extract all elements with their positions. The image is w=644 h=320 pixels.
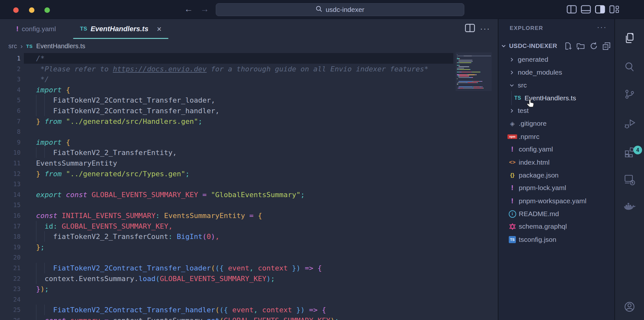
collapse-all-button[interactable]	[602, 42, 611, 50]
code-line[interactable]: EventsSummaryEntity	[36, 158, 117, 169]
code-line[interactable]: */	[36, 74, 49, 85]
code-area[interactable]: 1/*2 *Please refer to https://docs.envio…	[0, 52, 498, 320]
tree-item-label: package.json	[519, 171, 559, 179]
tab-EventHandlers-ts[interactable]: TS EventHandlers.ts ×	[73, 19, 168, 39]
code-line[interactable]: FiatTokenV2_2Contract_Transfer_loader(({…	[36, 263, 322, 273]
activity-remote-button[interactable]	[624, 174, 635, 187]
tree-item-label: src	[518, 81, 527, 89]
code-line[interactable]: const summary = context.EventsSummary.ge…	[36, 315, 339, 320]
refresh-button[interactable]	[590, 42, 598, 50]
warning-icon: !	[511, 145, 513, 153]
ts-icon: TS	[80, 26, 87, 32]
new-file-button[interactable]	[564, 42, 572, 50]
tree-item-EventHandlers-ts[interactable]: TSEventHandlers.ts	[498, 92, 614, 105]
tree-item--gitignore[interactable]: ◈.gitignore	[498, 117, 614, 130]
code-line[interactable]: });	[36, 284, 49, 294]
tree-item-config-yaml[interactable]: !config.yaml	[498, 143, 614, 156]
breadcrumb-chevron-icon: ›	[21, 42, 23, 50]
line-number: 15	[0, 200, 21, 210]
line-number: 25	[0, 305, 21, 315]
activity-account-button[interactable]	[623, 301, 636, 314]
search-box[interactable]: usdc-indexer	[216, 3, 464, 16]
git-icon: ◈	[510, 120, 515, 127]
tree-item-label: pnpm-workspace.yaml	[519, 197, 586, 205]
new-folder-button[interactable]	[576, 42, 585, 50]
folder-chevron-icon	[509, 108, 515, 114]
html-icon: <>	[509, 159, 516, 166]
line-number: 19	[0, 242, 21, 252]
search-text: usdc-indexer	[326, 6, 364, 14]
line-number: 7	[0, 116, 21, 127]
tree-item-src[interactable]: src	[498, 79, 614, 92]
tab-close-icon[interactable]: ×	[157, 24, 162, 34]
tree-item-generated[interactable]: generated	[498, 53, 614, 66]
code-line[interactable]: fiatTokenV2_2_TransferCount: BigInt(0),	[36, 231, 220, 242]
activity-files-button[interactable]	[624, 32, 635, 45]
tree-item-label: .gitignore	[519, 120, 546, 127]
explorer-section-header[interactable]: USDC-INDEXER	[498, 40, 614, 52]
tree-item-tsconfig-json[interactable]: TStsconfig.json	[498, 233, 614, 246]
nav-back-button[interactable]: ←	[184, 4, 193, 14]
tree-item-node-modules[interactable]: node_modules	[498, 66, 614, 79]
tree-item-label: index.html	[519, 159, 550, 166]
breadcrumb-file[interactable]: EventHandlers.ts	[36, 42, 85, 50]
code-line[interactable]: const INITIAL_EVENTS_SUMMARY: EventsSumm…	[36, 210, 262, 221]
activity-docker-button[interactable]	[623, 202, 636, 214]
tree-item-label: generated	[518, 56, 548, 63]
code-line[interactable]: FiatTokenV2_2Contract_Transfer_loader,	[36, 95, 215, 105]
code-line[interactable]: id: GLOBAL_EVENTS_SUMMARY_KEY,	[36, 221, 173, 232]
tree-item-README-md[interactable]: iREADME.md	[498, 207, 614, 220]
line-number: 3	[0, 74, 21, 85]
code-line[interactable]: };	[36, 242, 45, 252]
ts-icon: TS	[514, 95, 521, 101]
traffic-light-close[interactable]	[13, 7, 19, 13]
code-line[interactable]: export const GLOBAL_EVENTS_SUMMARY_KEY =…	[36, 189, 305, 200]
traffic-light-zoom[interactable]	[44, 7, 50, 13]
tree-item-label: schema.graphql	[519, 223, 567, 230]
code-line[interactable]: } from "../generated/src/Handlers.gen";	[36, 116, 203, 127]
minimap[interactable]	[456, 52, 492, 91]
code-line[interactable]: *Please refer to https://docs.envio.dev …	[36, 64, 429, 74]
code-line[interactable]: FiatTokenV2_2Contract_Transfer_handler,	[36, 105, 220, 116]
folder-chevron-icon	[509, 83, 515, 88]
tree-item-index-html[interactable]: <>index.html	[498, 156, 614, 169]
code-line[interactable]: import {	[36, 85, 70, 95]
code-line[interactable]: } from "../generated/src/Types.gen";	[36, 169, 190, 179]
code-line[interactable]: FiatTokenV2_2_TransferEntity,	[36, 147, 177, 158]
breadcrumb[interactable]: src › TS EventHandlers.ts	[8, 40, 85, 52]
tree-item--npmrc[interactable]: npm.npmrc	[498, 130, 614, 143]
editor-more-actions-button[interactable]: ···	[480, 24, 490, 33]
info-icon: i	[509, 210, 516, 218]
vscode-window: ← → usdc-indexer ! config.yaml TS EventH…	[0, 0, 644, 320]
warning-icon: !	[511, 184, 513, 192]
code-line[interactable]: context.EventsSummary.load(GLOBAL_EVENTS…	[36, 273, 275, 284]
activity-search-button[interactable]	[624, 61, 635, 74]
tree-item-pnpm-workspace-yaml[interactable]: !pnpm-workspace.yaml	[498, 195, 614, 207]
tree-item-pnpm-lock-yaml[interactable]: !pnpm-lock.yaml	[498, 181, 614, 194]
nav-forward-button[interactable]: →	[200, 4, 209, 14]
tree-item-test[interactable]: test	[498, 104, 614, 117]
activity-source-control-button[interactable]	[624, 89, 635, 101]
folder-chevron-icon	[509, 57, 515, 62]
tree-item-label: config.yaml	[519, 145, 553, 153]
activity-bar: 4	[615, 19, 644, 320]
code-line[interactable]: /*	[36, 53, 45, 64]
code-line[interactable]: FiatTokenV2_2Contract_Transfer_handler((…	[36, 305, 326, 315]
activity-run-debug-button[interactable]	[624, 118, 635, 131]
tab-label: config.yaml	[22, 25, 56, 33]
tree-item-schema-graphql[interactable]: schema.graphql	[498, 220, 614, 233]
line-number: 18	[0, 231, 21, 242]
traffic-light-minimize[interactable]	[29, 7, 34, 13]
toggle-primary-side-bar-button[interactable]	[567, 5, 577, 15]
explorer-more-actions-button[interactable]: ···	[597, 23, 607, 32]
extensions-badge: 4	[633, 146, 642, 154]
tab-config-yaml[interactable]: ! config.yaml	[4, 19, 68, 39]
split-editor-button[interactable]	[465, 24, 475, 33]
toggle-secondary-side-bar-button[interactable]	[595, 5, 605, 15]
breadcrumb-folder[interactable]: src	[8, 42, 17, 50]
toggle-panel-button[interactable]	[581, 5, 591, 15]
tree-item-package-json[interactable]: {}package.json	[498, 169, 614, 182]
tree-item-label: tsconfig.json	[519, 236, 556, 243]
customize-layout-button[interactable]	[609, 5, 619, 15]
code-line[interactable]: import {	[36, 137, 70, 148]
